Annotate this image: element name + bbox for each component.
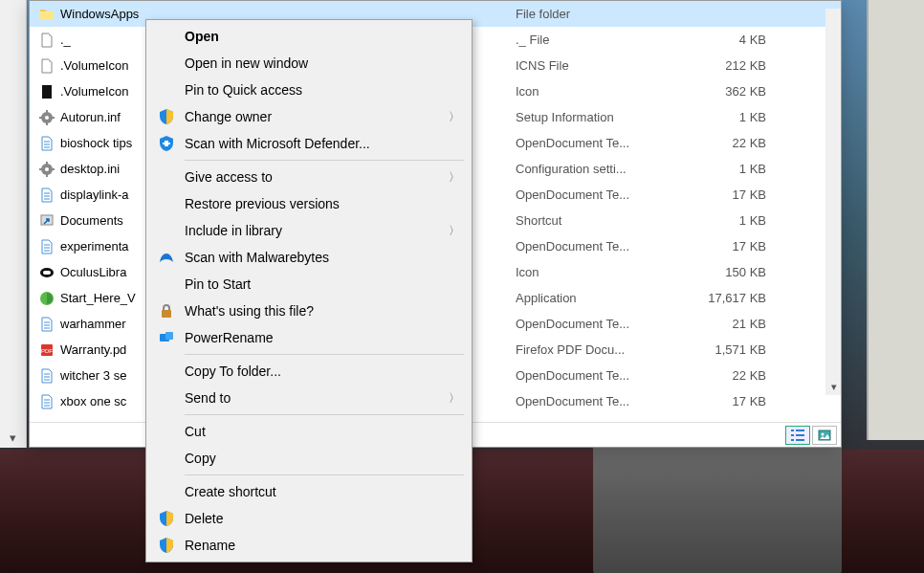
context-menu-item[interactable]: Open in new window bbox=[146, 50, 472, 77]
context-menu-label: What's using this file? bbox=[185, 303, 445, 319]
shield-admin-icon bbox=[156, 509, 177, 528]
svg-rect-49 bbox=[165, 332, 173, 340]
file-size: 17 KB bbox=[688, 394, 774, 408]
file-size: 21 KB bbox=[688, 317, 774, 331]
file-size: 17,617 KB bbox=[688, 291, 774, 305]
file-type: File folder bbox=[516, 7, 688, 21]
chevron-down-icon[interactable]: ▾ bbox=[0, 427, 26, 448]
context-menu-label: Copy To folder... bbox=[185, 364, 445, 379]
svg-rect-0 bbox=[42, 85, 52, 99]
blank-icon bbox=[156, 422, 177, 441]
context-menu-item[interactable]: Pin to Quick access bbox=[146, 77, 472, 103]
context-menu-item[interactable]: Change owner〉 bbox=[146, 103, 472, 130]
context-menu-item[interactable]: Pin to Start bbox=[146, 271, 472, 298]
context-menu: OpenOpen in new windowPin to Quick acces… bbox=[145, 19, 473, 562]
file-icon bbox=[37, 213, 56, 229]
folder-icon bbox=[37, 7, 56, 22]
svg-rect-40 bbox=[796, 430, 804, 431]
chevron-right-icon: 〉 bbox=[449, 390, 460, 407]
context-menu-item[interactable]: Delete bbox=[146, 505, 472, 532]
blank-icon bbox=[156, 80, 177, 99]
context-menu-item[interactable]: Cut bbox=[146, 418, 472, 445]
file-type: Configuration setti... bbox=[516, 162, 688, 176]
file-type: OpenDocument Te... bbox=[516, 368, 688, 383]
file-size: 4 KB bbox=[688, 33, 774, 47]
file-icon bbox=[37, 368, 56, 384]
malwarebytes-icon bbox=[156, 248, 177, 267]
context-menu-label: Include in library bbox=[185, 223, 445, 238]
file-icon bbox=[37, 58, 56, 74]
blank-icon bbox=[156, 275, 177, 294]
context-menu-item[interactable]: Include in library〉 bbox=[146, 217, 472, 244]
file-icon bbox=[37, 162, 56, 177]
left-panel-scroll[interactable]: ▾ bbox=[0, 0, 27, 448]
file-icon bbox=[37, 394, 56, 409]
svg-point-11 bbox=[45, 167, 49, 171]
context-menu-label: PowerRename bbox=[185, 330, 445, 345]
file-size: 1 KB bbox=[688, 213, 774, 228]
chevron-right-icon: 〉 bbox=[449, 109, 460, 125]
file-type: OpenDocument Te... bbox=[516, 394, 688, 408]
svg-rect-47 bbox=[162, 310, 171, 318]
context-menu-label: Rename bbox=[185, 538, 445, 553]
file-size: 362 KB bbox=[688, 84, 774, 99]
context-menu-item[interactable]: Restore previous versions bbox=[146, 190, 472, 217]
context-menu-item[interactable]: Scan with Malwarebytes bbox=[146, 244, 472, 271]
file-size: 17 KB bbox=[688, 187, 774, 202]
file-size: 17 KB bbox=[688, 239, 774, 253]
file-icon bbox=[37, 187, 56, 203]
context-menu-item[interactable]: PowerRename bbox=[146, 324, 472, 351]
context-menu-item[interactable]: Rename bbox=[146, 532, 472, 559]
svg-text:PDF: PDF bbox=[41, 348, 53, 354]
context-menu-item[interactable]: Copy To folder... bbox=[146, 358, 472, 385]
view-thumbnails-button[interactable] bbox=[812, 426, 837, 445]
file-size: 22 KB bbox=[688, 368, 774, 383]
file-type: OpenDocument Te... bbox=[516, 136, 688, 150]
file-size: 1 KB bbox=[688, 162, 774, 176]
file-type: Icon bbox=[516, 84, 688, 99]
file-type: Icon bbox=[516, 265, 688, 279]
blank-icon bbox=[156, 221, 177, 240]
context-menu-label: Send to bbox=[185, 390, 445, 406]
context-menu-item[interactable]: Create shortcut bbox=[146, 478, 472, 505]
context-menu-label: Change owner bbox=[185, 109, 445, 124]
context-menu-item[interactable]: Copy bbox=[146, 445, 472, 472]
context-menu-separator bbox=[185, 160, 464, 161]
blank-icon bbox=[156, 167, 177, 187]
svg-rect-24 bbox=[43, 271, 51, 275]
context-menu-item[interactable]: Open bbox=[146, 23, 472, 50]
file-icon bbox=[37, 110, 56, 125]
context-menu-item[interactable]: Scan with Microsoft Defender... bbox=[146, 130, 472, 157]
file-type: Shortcut bbox=[516, 213, 688, 228]
svg-point-44 bbox=[822, 432, 825, 435]
file-icon bbox=[37, 136, 56, 151]
chevron-down-icon[interactable]: ▾ bbox=[826, 378, 841, 395]
file-icon bbox=[37, 84, 56, 99]
context-menu-separator bbox=[185, 474, 464, 475]
file-type: OpenDocument Te... bbox=[516, 239, 688, 253]
context-menu-label: Scan with Malwarebytes bbox=[185, 250, 445, 265]
context-menu-separator bbox=[185, 354, 464, 355]
context-menu-item[interactable]: Send to〉 bbox=[146, 385, 472, 411]
context-menu-label: Give access to bbox=[185, 169, 445, 185]
file-size: 150 KB bbox=[688, 265, 774, 279]
context-menu-label: Scan with Microsoft Defender... bbox=[185, 136, 445, 151]
context-menu-item[interactable]: What's using this file? bbox=[146, 298, 472, 324]
context-menu-item[interactable]: Give access to〉 bbox=[146, 164, 472, 190]
file-type: Firefox PDF Docu... bbox=[516, 342, 688, 357]
context-menu-label: Open in new window bbox=[185, 55, 445, 71]
view-details-button[interactable] bbox=[785, 426, 810, 445]
svg-rect-39 bbox=[791, 439, 794, 441]
context-menu-label: Copy bbox=[185, 451, 445, 466]
context-menu-label: Cut bbox=[185, 424, 445, 439]
shield-admin-icon bbox=[156, 107, 177, 126]
file-type: Setup Information bbox=[516, 110, 688, 124]
context-menu-label: Restore previous versions bbox=[185, 196, 445, 211]
vertical-scrollbar[interactable]: ▾ bbox=[825, 9, 841, 395]
file-icon bbox=[37, 265, 56, 280]
file-type: ._ File bbox=[516, 33, 688, 47]
blank-icon bbox=[156, 362, 177, 381]
blank-icon bbox=[156, 27, 177, 46]
blank-icon bbox=[156, 54, 177, 73]
blank-icon bbox=[156, 194, 177, 213]
